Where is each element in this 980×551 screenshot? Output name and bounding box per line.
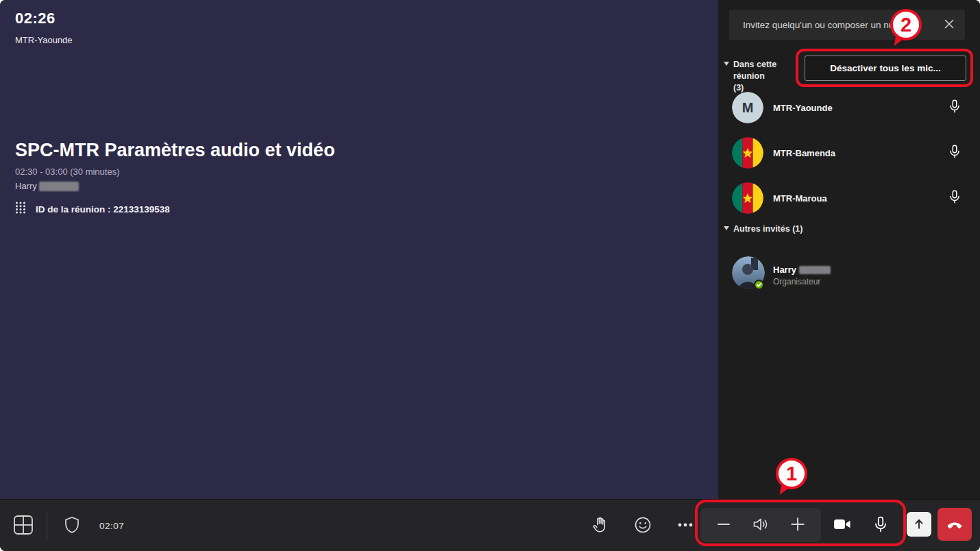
volume-control-group	[700, 508, 821, 542]
other-invitees-label: Autres invités (1)	[733, 223, 803, 235]
organizer-name: Harry	[773, 265, 831, 275]
bar-center-group	[588, 500, 698, 551]
participants-panel: Invitez quelqu'un ou composer un nu Dans…	[718, 0, 980, 499]
meeting-organizer-line: Harry	[15, 181, 79, 191]
participant-row[interactable]: MTR-Maroua	[718, 182, 980, 214]
chevron-down-icon	[724, 226, 729, 230]
share-up-arrow-icon	[912, 517, 926, 532]
mute-all-button[interactable]: Désactiver tous les mic...	[805, 56, 966, 81]
redacted-organizer-lastname	[39, 182, 79, 191]
participant-row[interactable]: M MTR-Yaounde	[718, 92, 980, 123]
organizer-first-name: Harry	[15, 181, 37, 191]
organizer-role: Organisateur	[773, 277, 820, 286]
share-screen-button[interactable]	[907, 512, 931, 537]
mic-on-icon[interactable]	[947, 99, 962, 117]
plus-icon	[789, 515, 807, 535]
hangup-button[interactable]	[938, 508, 972, 541]
room-name: MTR-Yaounde	[15, 35, 73, 45]
organizer-row[interactable]: Harry Organisateur	[718, 256, 980, 291]
section-in-meeting[interactable]: Dans cette réunion (3)	[724, 59, 803, 94]
more-options-button[interactable]	[673, 512, 698, 539]
camera-button[interactable]	[826, 508, 859, 542]
invite-input[interactable]: Invitez quelqu'un ou composer un nu	[729, 10, 965, 40]
redacted-organizer-lastname	[799, 266, 831, 274]
more-options-icon	[676, 516, 694, 536]
meeting-time-range: 02:30 - 03:00 (30 minutes)	[15, 167, 119, 177]
reactions-button[interactable]	[630, 512, 655, 539]
speaker-icon	[751, 515, 770, 536]
speaker-button[interactable]	[747, 510, 774, 540]
hangup-icon	[946, 515, 964, 535]
invite-placeholder: Invitez quelqu'un ou composer un nu	[743, 20, 894, 30]
raise-hand-button[interactable]	[588, 512, 613, 539]
bar-left-group: 02:07	[10, 500, 124, 551]
close-icon	[943, 18, 955, 32]
volume-up-button[interactable]	[784, 510, 811, 540]
participant-name: MTR-Yaounde	[773, 103, 833, 113]
shield-icon	[64, 516, 80, 536]
mic-on-icon[interactable]	[947, 144, 962, 162]
room-clock: 02:26	[15, 10, 56, 27]
layout-grid-button[interactable]	[10, 512, 37, 539]
teams-room-call-screen: 02:26 MTR-Yaounde SPC-MTR Paramètres aud…	[0, 0, 980, 551]
meeting-title: SPC-MTR Paramètres audio et vidéo	[15, 140, 335, 161]
meeting-id: ID de la réunion : 22133139538	[36, 204, 170, 215]
emoji-smile-icon	[634, 516, 652, 536]
close-panel-button[interactable]	[942, 17, 957, 32]
meeting-stage: 02:26 MTR-Yaounde SPC-MTR Paramètres aud…	[0, 0, 718, 499]
participant-row[interactable]: MTR-Bamenda	[718, 137, 980, 169]
section-other-invitees[interactable]: Autres invités (1)	[724, 223, 803, 235]
avatar-initial: M	[732, 92, 763, 123]
avatar-cameroon-flag	[732, 137, 763, 169]
chevron-down-icon	[724, 62, 729, 66]
in-meeting-label: Dans cette réunion (3)	[733, 59, 803, 94]
minus-icon	[715, 516, 732, 535]
mic-on-icon[interactable]	[947, 189, 962, 207]
security-shield-button[interactable]	[61, 515, 83, 537]
bar-divider	[47, 511, 47, 540]
participant-name: MTR-Maroua	[773, 193, 827, 204]
presence-available-icon	[754, 280, 764, 290]
raise-hand-icon	[591, 515, 609, 537]
call-timer: 02:07	[99, 521, 124, 531]
mic-button[interactable]	[864, 508, 897, 542]
mic-on-icon	[872, 515, 890, 535]
participant-name: MTR-Bamenda	[773, 148, 835, 158]
volume-down-button[interactable]	[710, 510, 737, 540]
avatar-cameroon-flag	[732, 182, 763, 214]
layout-grid-icon	[13, 515, 34, 537]
camera-on-icon	[832, 514, 853, 537]
dialpad-icon	[15, 201, 26, 217]
meeting-id-row: ID de la réunion : 22133139538	[15, 201, 170, 217]
